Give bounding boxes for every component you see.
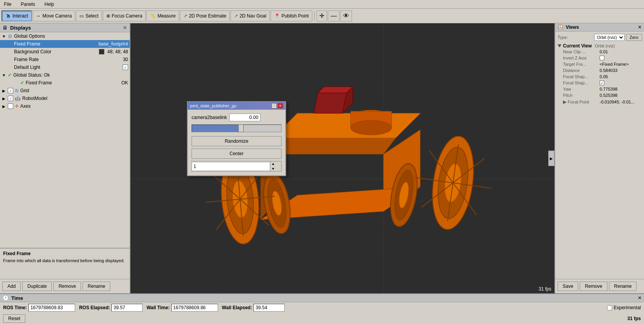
views-rename-button[interactable]: Rename xyxy=(609,282,637,291)
target-frame-value: <Fixed Frame> xyxy=(600,62,629,67)
toolbar: 🖱 Interact ↔ Move Camera ▭ Select ⊕ Focu… xyxy=(0,9,644,23)
views-icon: 🪟 xyxy=(558,25,563,30)
invert-z-checkbox[interactable] xyxy=(600,56,604,60)
current-view-section: Current View Orbit (rviz) Near Clip ... … xyxy=(558,43,642,105)
dialog-slider[interactable] xyxy=(192,124,282,132)
dialog-value-input[interactable] xyxy=(229,114,260,121)
move-camera-icon: ↔ xyxy=(36,13,41,19)
grid-checkbox[interactable] xyxy=(8,88,13,93)
displays-buttons: Add Duplicate Remove Rename xyxy=(0,279,130,293)
pose-estimate-button[interactable]: ↗ 2D Pose Estimate xyxy=(180,11,230,21)
toolbar-extra-2[interactable]: — xyxy=(328,11,340,21)
ros-time-input[interactable] xyxy=(28,304,75,312)
wall-time-label: Wall Time: xyxy=(146,305,169,310)
robot-checkbox[interactable] xyxy=(8,96,13,101)
info-panel: Fixed Frame Frame into which all data is… xyxy=(0,248,130,279)
yaw-value: 0.775398 xyxy=(600,87,618,91)
wall-time-input[interactable] xyxy=(171,304,218,312)
tree-fixed-frame-status[interactable]: ✓ Fixed Frame OK xyxy=(0,79,130,87)
fixed-frame-status-value: OK xyxy=(120,80,128,86)
ros-elapsed-label: ROS Elapsed: xyxy=(79,305,110,310)
tree-robot-model[interactable]: ▶ 🤖 RobotModel xyxy=(0,95,130,102)
ros-elapsed-input[interactable] xyxy=(111,304,143,312)
experimental-checkbox[interactable] xyxy=(607,305,612,310)
views-title: Views xyxy=(566,25,579,30)
select-button[interactable]: ▭ Select xyxy=(76,11,102,21)
tree-default-light[interactable]: Default Light xyxy=(0,63,130,71)
tree-global-status[interactable]: ▼ ✓ Global Status: Ok xyxy=(0,71,130,79)
remove-button[interactable]: Remove xyxy=(53,282,81,291)
tree-axes[interactable]: ▶ ✛ Axes xyxy=(0,102,130,110)
views-header: 🪟 Views ✕ xyxy=(555,23,644,32)
cursor-icon: 🖱 xyxy=(5,13,11,19)
dialog-slider-thumb[interactable] xyxy=(238,124,244,132)
left-panel: 🖥 Displays ✕ ▼ ⚙ Global Options Fixed Fr… xyxy=(0,23,130,293)
dialog-slider-container xyxy=(192,124,282,132)
spinner-down-button[interactable]: ▼ xyxy=(270,166,276,172)
spinner-up-button[interactable]: ▲ xyxy=(270,161,276,166)
fixed-frame-label: Fixed Frame xyxy=(14,41,95,47)
select-icon: ▭ xyxy=(79,13,84,19)
time-panel-header: 🕐 Time ✕ xyxy=(0,294,644,302)
toolbar-extra-3[interactable]: 👁 xyxy=(340,11,352,21)
interact-button[interactable]: 🖱 Interact xyxy=(2,11,32,21)
near-clip-value: 0.01 xyxy=(600,49,608,54)
views-buttons: Save Remove Rename xyxy=(555,279,644,293)
time-label: Time xyxy=(11,295,23,301)
tree-fixed-frame[interactable]: Fixed Frame base_footprint xyxy=(0,40,130,48)
views-type-row: Type: Orbit (rviz) Zero xyxy=(558,34,642,41)
views-type-select[interactable]: Orbit (rviz) xyxy=(594,34,625,41)
tree-grid[interactable]: ▶ ⊞ Grid xyxy=(0,87,130,95)
viewport-collapse-arrow[interactable]: ▶ xyxy=(548,151,554,166)
menu-panels[interactable]: Panels xyxy=(19,1,37,8)
default-light-checkbox[interactable] xyxy=(123,65,128,70)
menu-help[interactable]: Help xyxy=(43,1,56,8)
spinner-input[interactable] xyxy=(192,163,270,170)
reset-button[interactable]: Reset xyxy=(3,314,25,323)
tree-global-options[interactable]: ▼ ⚙ Global Options xyxy=(0,32,130,40)
distance-row: Distance 0.584033 xyxy=(563,68,642,73)
move-camera-button[interactable]: ↔ Move Camera xyxy=(33,11,75,21)
current-view-header: Current View Orbit (rviz) xyxy=(558,43,642,49)
focal-shape-2-checkbox[interactable] xyxy=(600,81,604,85)
svg-point-20 xyxy=(351,120,392,135)
time-close-icon[interactable]: ✕ xyxy=(638,295,642,301)
near-clip-row: Near Clip ... 0.01 xyxy=(563,49,642,54)
nav-goal-button[interactable]: ↗ 2D Nav Goal xyxy=(231,11,270,21)
tree-background-color[interactable]: Background Color 48; 48; 48 xyxy=(0,48,130,56)
displays-title: Displays xyxy=(10,25,31,31)
views-save-button[interactable]: Save xyxy=(558,282,578,291)
measure-button[interactable]: 📏 Measure xyxy=(146,11,179,21)
views-remove-button[interactable]: Remove xyxy=(580,282,607,291)
add-button[interactable]: Add xyxy=(2,282,21,291)
toolbar-extra-1[interactable]: ✛ xyxy=(317,11,327,21)
views-type-label: Type: xyxy=(558,35,593,40)
duplicate-button[interactable]: Duplicate xyxy=(22,282,52,291)
menu-file[interactable]: File xyxy=(2,1,13,8)
yaw-row: Yaw 0.775398 xyxy=(563,87,642,91)
dialog-body: camera2baselink Randomize Center ▲ ▼ xyxy=(188,110,285,175)
axes-checkbox[interactable] xyxy=(8,103,13,109)
wall-elapsed-input[interactable] xyxy=(253,304,285,312)
tree-frame-rate[interactable]: Frame Rate 30 xyxy=(0,56,130,63)
time-panel-wrapper: 🕐 Time ✕ ROS Time: ROS Elapsed: Wall Tim… xyxy=(0,293,644,324)
dialog-close-button[interactable]: ✕ xyxy=(278,103,283,109)
dialog-minimize-button[interactable]: _ xyxy=(271,103,277,109)
focus-camera-button[interactable]: ⊕ Focus Camera xyxy=(103,11,146,21)
info-text: Frame into which all data is transformed… xyxy=(3,258,127,264)
color-swatch[interactable] xyxy=(99,49,104,54)
experimental-group: Experimental xyxy=(607,305,641,310)
rename-button[interactable]: Rename xyxy=(83,282,110,291)
main-area: 🖥 Displays ✕ ▼ ⚙ Global Options Fixed Fr… xyxy=(0,23,644,293)
views-close-icon[interactable]: ✕ xyxy=(638,25,642,30)
zero-button[interactable]: Zero xyxy=(626,34,642,41)
publish-point-button[interactable]: 📍 Publish Point xyxy=(271,11,312,21)
randomize-button[interactable]: Randomize xyxy=(192,136,282,146)
robot-model-label: RobotModel xyxy=(22,96,128,101)
focal-shape-2-row: Focal Shap... xyxy=(563,81,642,85)
measure-icon: 📏 xyxy=(150,13,156,19)
3d-viewport[interactable]: 31 fps ▶ joint_state_publisher_gu _ ✕ ca… xyxy=(130,23,554,293)
displays-close-icon[interactable]: ✕ xyxy=(123,25,127,31)
center-button[interactable]: Center xyxy=(192,149,282,159)
current-view-properties: Near Clip ... 0.01 Invert Z Axis Target … xyxy=(558,49,642,105)
